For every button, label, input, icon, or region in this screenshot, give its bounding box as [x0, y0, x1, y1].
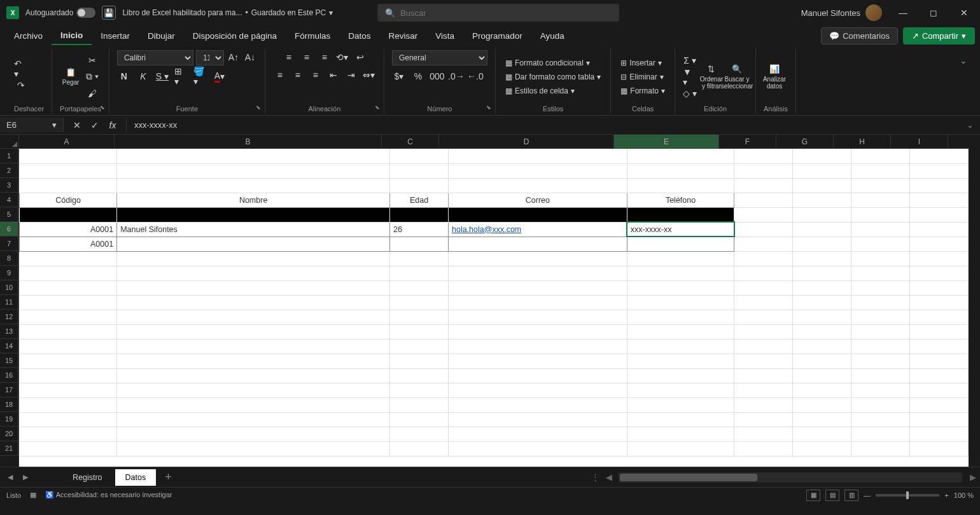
cell-G6[interactable]: [793, 222, 851, 237]
cell-E7[interactable]: [627, 237, 734, 251]
cell-D15[interactable]: [448, 354, 627, 368]
italic-icon[interactable]: K: [136, 69, 150, 83]
wrap-text-icon[interactable]: ↩: [353, 50, 367, 64]
cell-E3[interactable]: [627, 178, 734, 193]
cell-D18[interactable]: [448, 397, 627, 412]
tab-programador[interactable]: Programador: [463, 27, 531, 45]
cell-B13[interactable]: [117, 324, 390, 339]
cell-H2[interactable]: [851, 163, 910, 178]
vertical-scrollbar[interactable]: [969, 149, 980, 467]
cell-A5[interactable]: [20, 207, 117, 222]
cell-G14[interactable]: [793, 339, 851, 354]
sheet-tab-datos[interactable]: Datos: [115, 469, 157, 486]
cell-I3[interactable]: [910, 178, 969, 193]
row-header-15[interactable]: 15: [0, 354, 18, 368]
undo-icon[interactable]: ↶ ▾: [14, 62, 28, 76]
cell-F6[interactable]: [734, 222, 793, 237]
cell-H9[interactable]: [851, 266, 910, 280]
cell-I12[interactable]: [910, 310, 969, 324]
cell-A16[interactable]: [20, 368, 117, 383]
row-header-6[interactable]: 6: [0, 222, 18, 237]
name-box[interactable]: E6▾: [0, 118, 64, 132]
cell-F11[interactable]: [734, 295, 793, 310]
add-sheet-button[interactable]: +: [158, 468, 178, 486]
cell-G1[interactable]: [793, 149, 851, 163]
col-header-H[interactable]: H: [834, 135, 891, 149]
cell-G3[interactable]: [793, 178, 851, 193]
cell-styles-button[interactable]: ▦ Estilos de celda ▾: [503, 85, 603, 97]
row-header-4[interactable]: 4: [0, 193, 18, 207]
tab-inicio[interactable]: Inicio: [52, 27, 92, 45]
cell-G2[interactable]: [793, 163, 851, 178]
cell-I11[interactable]: [910, 295, 969, 310]
cell-D14[interactable]: [448, 339, 627, 354]
cell-B16[interactable]: [117, 368, 390, 383]
cell-A2[interactable]: [20, 163, 117, 178]
cell-A21[interactable]: [20, 441, 117, 456]
cell-E6[interactable]: xxx-xxxx-xx: [627, 222, 734, 237]
cell-F10[interactable]: [734, 280, 793, 295]
align-left-icon[interactable]: ≡: [273, 68, 287, 82]
row-header-12[interactable]: 12: [0, 310, 18, 324]
cell-I18[interactable]: [910, 397, 969, 412]
close-button[interactable]: ✕: [955, 3, 974, 22]
cell-B18[interactable]: [117, 397, 390, 412]
cell-G19[interactable]: [793, 412, 851, 427]
fill-color-icon[interactable]: 🪣▾: [193, 69, 207, 83]
cell-H14[interactable]: [851, 339, 910, 354]
cell-H3[interactable]: [851, 178, 910, 193]
sort-filter-button[interactable]: ⇅Ordenar y filtrar: [701, 64, 722, 90]
cell-E17[interactable]: [627, 383, 734, 397]
cell-A9[interactable]: [20, 266, 117, 280]
cell-I1[interactable]: [910, 149, 969, 163]
cell-H10[interactable]: [851, 280, 910, 295]
cell-F5[interactable]: [734, 207, 793, 222]
row-header-19[interactable]: 19: [0, 412, 18, 427]
paste-button[interactable]: 📋Pegar: [60, 64, 81, 90]
cell-B20[interactable]: [117, 427, 390, 441]
row-header-18[interactable]: 18: [0, 397, 18, 412]
fill-icon[interactable]: ▼ ▾: [683, 70, 697, 84]
cell-H11[interactable]: [851, 295, 910, 310]
col-header-A[interactable]: A: [19, 135, 115, 149]
row-header-10[interactable]: 10: [0, 280, 18, 295]
clear-icon[interactable]: ◇ ▾: [683, 86, 697, 100]
cell-B5[interactable]: [117, 207, 390, 222]
cell-C11[interactable]: [390, 295, 449, 310]
cell-A12[interactable]: [20, 310, 117, 324]
cell-C21[interactable]: [390, 441, 449, 456]
row-header-14[interactable]: 14: [0, 339, 18, 354]
cell-D16[interactable]: [448, 368, 627, 383]
cell-G8[interactable]: [793, 251, 851, 266]
zoom-slider[interactable]: [876, 494, 939, 497]
cell-B19[interactable]: [117, 412, 390, 427]
col-header-G[interactable]: G: [776, 135, 834, 149]
cell-F17[interactable]: [734, 383, 793, 397]
cell-C12[interactable]: [390, 310, 449, 324]
cell-D7[interactable]: [448, 237, 627, 251]
tab-insertar[interactable]: Insertar: [92, 27, 139, 45]
cell-F18[interactable]: [734, 397, 793, 412]
cell-D4[interactable]: Correo: [448, 193, 627, 207]
cell-D13[interactable]: [448, 324, 627, 339]
cell-C1[interactable]: [390, 149, 449, 163]
share-button[interactable]: ↗ Compartir ▾: [903, 27, 975, 45]
cell-D17[interactable]: [448, 383, 627, 397]
insert-cells-button[interactable]: ⊞ Insertar ▾: [619, 57, 667, 69]
cell-H7[interactable]: [851, 237, 910, 251]
find-select-button[interactable]: 🔍Buscar y seleccionar: [726, 64, 748, 90]
cell-H15[interactable]: [851, 354, 910, 368]
cell-G7[interactable]: [793, 237, 851, 251]
cell-G10[interactable]: [793, 280, 851, 295]
cell-A11[interactable]: [20, 295, 117, 310]
cell-F15[interactable]: [734, 354, 793, 368]
cell-E12[interactable]: [627, 310, 734, 324]
decrease-decimal-icon[interactable]: ←.0: [468, 69, 482, 83]
decrease-font-icon[interactable]: A↓: [243, 50, 257, 64]
cell-I13[interactable]: [910, 324, 969, 339]
cell-B1[interactable]: [117, 149, 390, 163]
cell-C13[interactable]: [390, 324, 449, 339]
cancel-formula-icon[interactable]: ✕: [70, 118, 84, 132]
cell-H6[interactable]: [851, 222, 910, 237]
search-box[interactable]: 🔍: [377, 4, 619, 22]
